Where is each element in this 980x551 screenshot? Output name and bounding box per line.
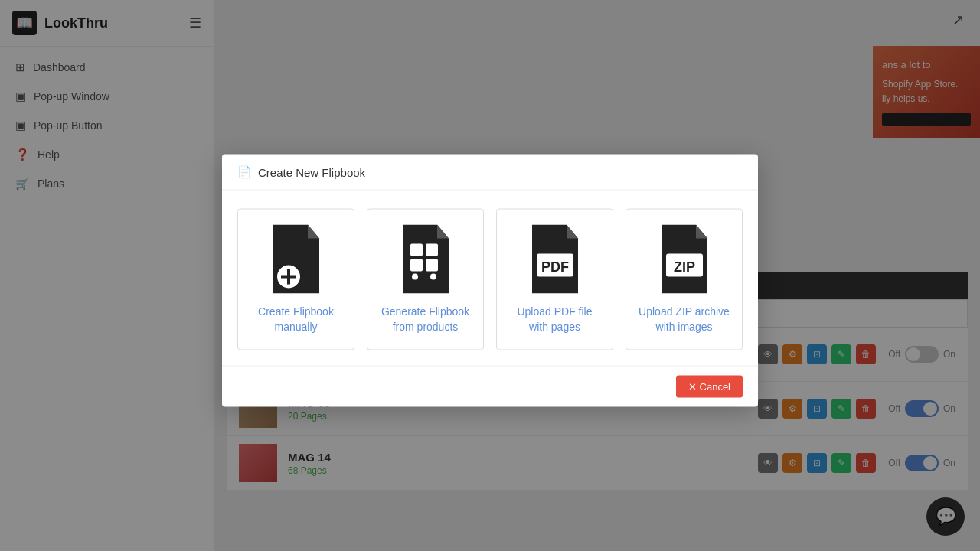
svg-text:PDF: PDF bbox=[541, 259, 569, 275]
option-manual-icon bbox=[262, 225, 331, 294]
svg-rect-3 bbox=[410, 244, 423, 256]
svg-text:ZIP: ZIP bbox=[673, 259, 694, 275]
option-zip-label: Upload ZIP archive with images bbox=[639, 305, 730, 334]
cancel-button[interactable]: ✕ Cancel bbox=[676, 376, 743, 398]
create-flipbook-modal: 📄 Create New Flipbook Create Flipbook ma… bbox=[222, 155, 758, 407]
modal-title-icon: 📄 bbox=[237, 165, 252, 179]
svg-rect-4 bbox=[426, 244, 438, 256]
svg-rect-5 bbox=[410, 259, 423, 272]
option-zip-icon: ZIP bbox=[650, 225, 719, 294]
option-manual-label: Create Flipbook manually bbox=[250, 305, 341, 334]
modal-title: Create New Flipbook bbox=[258, 165, 365, 178]
svg-rect-2 bbox=[281, 276, 296, 279]
option-products-label: Generate Flipbook from products bbox=[380, 305, 471, 334]
svg-point-8 bbox=[430, 274, 436, 280]
option-manual[interactable]: Create Flipbook manually bbox=[237, 209, 354, 350]
modal-body: Create Flipbook manually Generate Fli bbox=[222, 191, 758, 366]
svg-rect-6 bbox=[426, 259, 438, 272]
modal-footer: ✕ Cancel bbox=[222, 366, 758, 407]
svg-point-7 bbox=[412, 274, 418, 280]
option-products-icon bbox=[391, 225, 460, 294]
option-pdf[interactable]: PDF Upload PDF file with pages bbox=[496, 209, 613, 350]
option-pdf-icon: PDF bbox=[521, 225, 590, 294]
option-pdf-label: Upload PDF file with pages bbox=[509, 305, 600, 334]
option-products[interactable]: Generate Flipbook from products bbox=[367, 209, 484, 350]
modal-header: 📄 Create New Flipbook bbox=[222, 155, 758, 191]
option-zip[interactable]: ZIP Upload ZIP archive with images bbox=[626, 209, 743, 350]
